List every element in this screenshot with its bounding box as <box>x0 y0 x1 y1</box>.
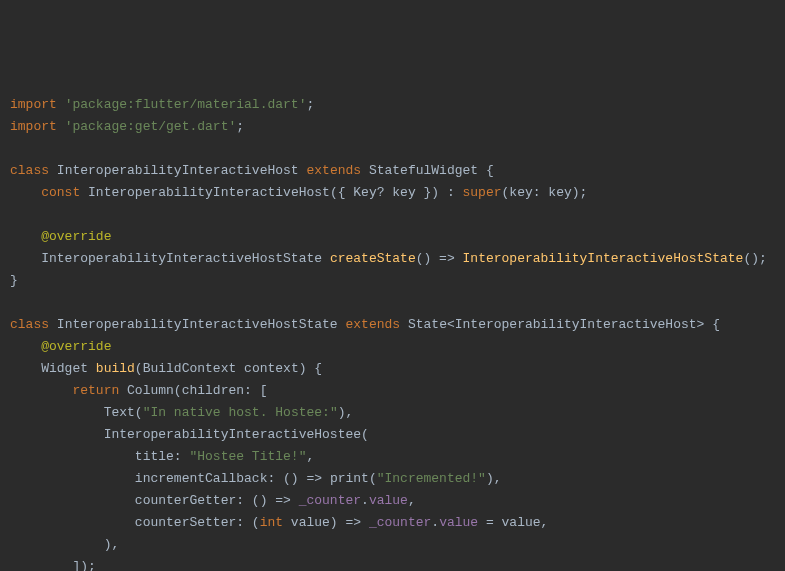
code-line: Widget build(BuildContext context) { <box>10 358 775 380</box>
named-arg: counterSetter: ( <box>135 515 260 530</box>
keyword: class <box>10 163 49 178</box>
code-line: ]); <box>10 556 775 571</box>
string-literal: "Hostee Title!" <box>189 449 306 464</box>
code-line <box>10 204 775 226</box>
class-name: InteroperabilityInteractiveHostee <box>104 427 361 442</box>
code-line <box>10 138 775 160</box>
comma: , <box>306 449 314 464</box>
code-line: return Column(children: [ <box>10 380 775 402</box>
parentheses: (); <box>743 251 766 266</box>
open-paren: ( <box>135 405 143 420</box>
keyword: extends <box>306 163 361 178</box>
keyword: class <box>10 317 49 332</box>
parameters: (BuildContext context) { <box>135 361 322 376</box>
method-name: build <box>96 361 135 376</box>
code-line: import 'package:get/get.dart'; <box>10 116 775 138</box>
code-line: InteroperabilityInteractiveHostState cre… <box>10 248 775 270</box>
generic-type: State<InteroperabilityInteractiveHost> <box>408 317 704 332</box>
parameters: ({ Key? key }) : <box>330 185 463 200</box>
function-call: print <box>330 471 369 486</box>
constructor-call: InteroperabilityInteractiveHostState <box>463 251 744 266</box>
code-editor[interactable]: import 'package:flutter/material.dart';i… <box>10 94 775 571</box>
named-arg: incrementCallback: () => <box>135 471 330 486</box>
keyword: int <box>260 515 283 530</box>
code-line: counterGetter: () => _counter.value, <box>10 490 775 512</box>
keyword: const <box>41 185 80 200</box>
open-paren: ( <box>361 427 369 442</box>
code-line: class InteroperabilityInteractiveHost ex… <box>10 160 775 182</box>
code-line: @override <box>10 336 775 358</box>
code-line: title: "Hostee Title!", <box>10 446 775 468</box>
field-ref: _counter <box>299 493 361 508</box>
close-bracket-paren: ]); <box>72 559 95 571</box>
return-type: Widget <box>41 361 88 376</box>
open-paren: ( <box>369 471 377 486</box>
semicolon: ; <box>306 97 314 112</box>
keyword: super <box>463 185 502 200</box>
code-line <box>10 292 775 314</box>
named-arg: counterGetter: () => <box>135 493 299 508</box>
keyword: import <box>10 119 57 134</box>
close-paren-comma: ), <box>104 537 120 552</box>
dot: . <box>431 515 439 530</box>
keyword: return <box>72 383 119 398</box>
string-literal: "Incremented!" <box>377 471 486 486</box>
class-name: Column <box>127 383 174 398</box>
keyword: extends <box>346 317 401 332</box>
method-name: createState <box>330 251 416 266</box>
string-literal: "In native host. Hostee:" <box>143 405 338 420</box>
return-type: InteroperabilityInteractiveHostState <box>41 251 322 266</box>
code-line: class InteroperabilityInteractiveHostSta… <box>10 314 775 336</box>
code-line: InteroperabilityInteractiveHostee( <box>10 424 775 446</box>
code-line: counterSetter: (int value) => _counter.v… <box>10 512 775 534</box>
comma: , <box>408 493 416 508</box>
string-literal: 'package:get/get.dart' <box>65 119 237 134</box>
brace: } <box>10 273 18 288</box>
brace: { <box>704 317 720 332</box>
code-line: const InteroperabilityInteractiveHost({ … <box>10 182 775 204</box>
code-line: } <box>10 270 775 292</box>
dot: . <box>361 493 369 508</box>
close-paren-comma: ), <box>338 405 354 420</box>
keyword: import <box>10 97 57 112</box>
semicolon: ; <box>236 119 244 134</box>
class-name: StatefulWidget <box>369 163 478 178</box>
code-line: @override <box>10 226 775 248</box>
annotation: @override <box>41 339 111 354</box>
field-ref: _counter <box>369 515 431 530</box>
param: value) => <box>283 515 369 530</box>
code-line: import 'package:flutter/material.dart'; <box>10 94 775 116</box>
arrow-body: () => <box>416 251 463 266</box>
class-name: InteroperabilityInteractiveHostState <box>57 317 338 332</box>
arguments: (children: [ <box>174 383 268 398</box>
property: value <box>369 493 408 508</box>
class-name: InteroperabilityInteractiveHost <box>88 185 330 200</box>
property: value <box>439 515 478 530</box>
class-name: InteroperabilityInteractiveHost <box>57 163 299 178</box>
code-line: incrementCallback: () => print("Incremen… <box>10 468 775 490</box>
brace: { <box>478 163 494 178</box>
string-literal: 'package:flutter/material.dart' <box>65 97 307 112</box>
annotation: @override <box>41 229 111 244</box>
code-line: ), <box>10 534 775 556</box>
close-paren-comma: ), <box>486 471 502 486</box>
named-arg: title: <box>135 449 190 464</box>
assignment: = value, <box>478 515 548 530</box>
code-line: Text("In native host. Hostee:"), <box>10 402 775 424</box>
super-args: (key: key); <box>502 185 588 200</box>
class-name: Text <box>104 405 135 420</box>
